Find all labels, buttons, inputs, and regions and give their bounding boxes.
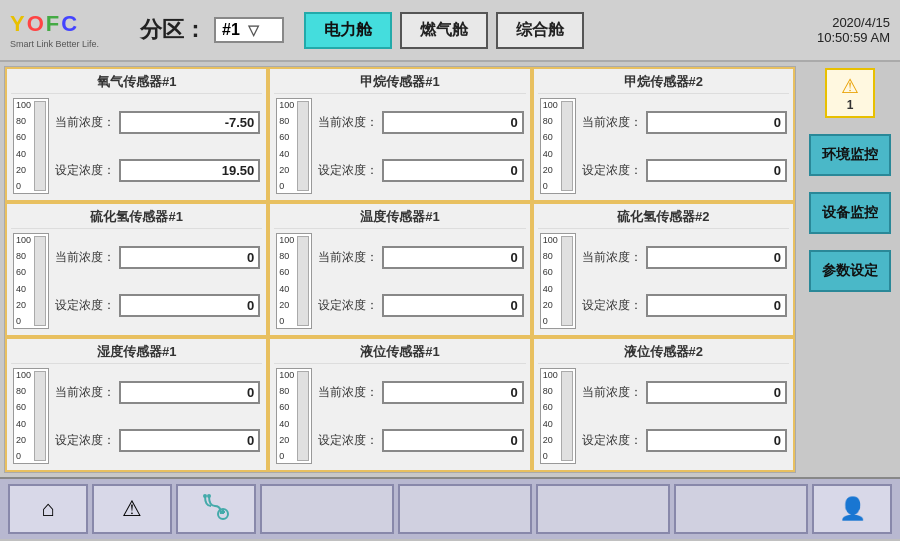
- device-monitor-btn[interactable]: 设备监控: [809, 192, 891, 234]
- nav-btn-electric[interactable]: 电力舱: [304, 12, 392, 49]
- current-row-7: 当前浓度： 0: [318, 381, 523, 404]
- setpoint-label-8: 设定浓度：: [582, 432, 642, 449]
- current-value-5[interactable]: 0: [646, 246, 787, 269]
- current-value-6[interactable]: 0: [119, 381, 260, 404]
- gauge-bar-3: 100 80 60 40 20 0: [13, 233, 49, 329]
- sensor-cell-4: 温度传感器#1 100 80 60 40 20 0: [268, 202, 531, 337]
- nav-btn-gas[interactable]: 燃气舱: [400, 12, 488, 49]
- current-value-1[interactable]: 0: [382, 111, 523, 134]
- health-btn[interactable]: [176, 484, 256, 534]
- logo-area: YOFC Smart Link Better Life.: [10, 11, 130, 49]
- sensor-title-6: 湿度传感器#1: [11, 341, 262, 364]
- gauge-bar-5: 100 80 60 40 20 0: [540, 233, 576, 329]
- current-row-3: 当前浓度： 0: [55, 246, 260, 269]
- person-btn[interactable]: 👤: [812, 484, 892, 534]
- setpoint-value-1[interactable]: 0: [382, 159, 523, 182]
- gauge-bar-0: 100 80 60 40 20 0: [13, 98, 49, 194]
- current-label-4: 当前浓度：: [318, 249, 378, 266]
- alert-box[interactable]: ⚠ 1: [825, 68, 875, 118]
- setpoint-label-0: 设定浓度：: [55, 162, 115, 179]
- env-monitor-btn[interactable]: 环境监控: [809, 134, 891, 176]
- setpoint-value-8[interactable]: 0: [646, 429, 787, 452]
- current-value-2[interactable]: 0: [646, 111, 787, 134]
- current-value-7[interactable]: 0: [382, 381, 523, 404]
- alert-btn[interactable]: ⚠: [92, 484, 172, 534]
- setpoint-row-5: 设定浓度： 0: [582, 294, 787, 317]
- setpoint-value-7[interactable]: 0: [382, 429, 523, 452]
- health-icon: [201, 492, 231, 527]
- sensor-title-4: 温度传感器#1: [274, 206, 525, 229]
- toolbar-spacer-1: [260, 484, 394, 534]
- zone-label: 分区：: [140, 15, 206, 45]
- sensor-body-1: 100 80 60 40 20 0 当前浓度： 0: [274, 94, 525, 198]
- setpoint-value-6[interactable]: 0: [119, 429, 260, 452]
- zone-arrow-icon[interactable]: ▽: [248, 22, 259, 38]
- main: 氧气传感器#1 100 80 60 40 20 0: [0, 62, 900, 477]
- current-label-8: 当前浓度：: [582, 384, 642, 401]
- sensor-title-2: 甲烷传感器#2: [538, 71, 789, 94]
- sensor-values-7: 当前浓度： 0 设定浓度： 0: [318, 368, 523, 464]
- setpoint-value-0[interactable]: 19.50: [119, 159, 260, 182]
- gauge-fill-area-3: [34, 236, 46, 326]
- setpoint-value-2[interactable]: 0: [646, 159, 787, 182]
- current-label-5: 当前浓度：: [582, 249, 642, 266]
- setpoint-label-6: 设定浓度：: [55, 432, 115, 449]
- gauge-bar-2: 100 80 60 40 20 0: [540, 98, 576, 194]
- current-label-3: 当前浓度：: [55, 249, 115, 266]
- header: YOFC Smart Link Better Life. 分区： #1 ▽ 电力…: [0, 0, 900, 62]
- sensor-body-3: 100 80 60 40 20 0 当前浓度： 0: [11, 229, 262, 333]
- sensor-values-2: 当前浓度： 0 设定浓度： 0: [582, 98, 787, 194]
- gauge-bar-1: 100 80 60 40 20 0: [276, 98, 312, 194]
- sensor-title-8: 液位传感器#2: [538, 341, 789, 364]
- zone-select[interactable]: #1 ▽: [214, 17, 284, 43]
- toolbar-spacer-4: [674, 484, 808, 534]
- current-label-2: 当前浓度：: [582, 114, 642, 131]
- current-row-5: 当前浓度： 0: [582, 246, 787, 269]
- sensor-body-7: 100 80 60 40 20 0 当前浓度： 0: [274, 364, 525, 468]
- setpoint-value-3[interactable]: 0: [119, 294, 260, 317]
- home-icon: ⌂: [41, 496, 54, 522]
- nav-btn-integrated[interactable]: 综合舱: [496, 12, 584, 49]
- setpoint-label-4: 设定浓度：: [318, 297, 378, 314]
- current-value-0[interactable]: -7.50: [119, 111, 260, 134]
- current-value-3[interactable]: 0: [119, 246, 260, 269]
- sensor-cell-8: 液位传感器#2 100 80 60 40 20 0: [532, 337, 795, 472]
- setpoint-row-2: 设定浓度： 0: [582, 159, 787, 182]
- sensor-cell-7: 液位传感器#1 100 80 60 40 20 0: [268, 337, 531, 472]
- home-btn[interactable]: ⌂: [8, 484, 88, 534]
- tagline: Smart Link Better Life.: [10, 39, 130, 49]
- setpoint-label-3: 设定浓度：: [55, 297, 115, 314]
- setpoint-label-2: 设定浓度：: [582, 162, 642, 179]
- current-row-2: 当前浓度： 0: [582, 111, 787, 134]
- sensor-values-3: 当前浓度： 0 设定浓度： 0: [55, 233, 260, 329]
- sensor-cell-3: 硫化氢传感器#1 100 80 60 40 20 0: [5, 202, 268, 337]
- current-row-4: 当前浓度： 0: [318, 246, 523, 269]
- gauge-fill-area-8: [561, 371, 573, 461]
- time: 10:50:59 AM: [817, 30, 890, 45]
- current-row-8: 当前浓度： 0: [582, 381, 787, 404]
- setpoint-row-8: 设定浓度： 0: [582, 429, 787, 452]
- gauge-fill-area-4: [297, 236, 309, 326]
- gauge-fill-area-2: [561, 101, 573, 191]
- svg-point-1: [203, 494, 207, 498]
- current-label-7: 当前浓度：: [318, 384, 378, 401]
- toolbar-spacer-2: [398, 484, 532, 534]
- setpoint-value-4[interactable]: 0: [382, 294, 523, 317]
- sensor-body-0: 100 80 60 40 20 0 当前浓度： -7.50: [11, 94, 262, 198]
- gauge-bar-6: 100 80 60 40 20 0: [13, 368, 49, 464]
- sensor-values-8: 当前浓度： 0 设定浓度： 0: [582, 368, 787, 464]
- current-value-8[interactable]: 0: [646, 381, 787, 404]
- setpoint-value-5[interactable]: 0: [646, 294, 787, 317]
- date: 2020/4/15: [817, 15, 890, 30]
- param-setting-btn[interactable]: 参数设定: [809, 250, 891, 292]
- sensor-body-2: 100 80 60 40 20 0 当前浓度： 0: [538, 94, 789, 198]
- sensor-title-5: 硫化氢传感器#2: [538, 206, 789, 229]
- current-label-6: 当前浓度：: [55, 384, 115, 401]
- alert-count: 1: [847, 98, 854, 112]
- sensor-cell-1: 甲烷传感器#1 100 80 60 40 20 0: [268, 67, 531, 202]
- svg-point-2: [207, 494, 211, 498]
- gauge-fill-area-7: [297, 371, 309, 461]
- toolbar: ⌂ ⚠ 👤: [0, 477, 900, 539]
- current-value-4[interactable]: 0: [382, 246, 523, 269]
- current-label-1: 当前浓度：: [318, 114, 378, 131]
